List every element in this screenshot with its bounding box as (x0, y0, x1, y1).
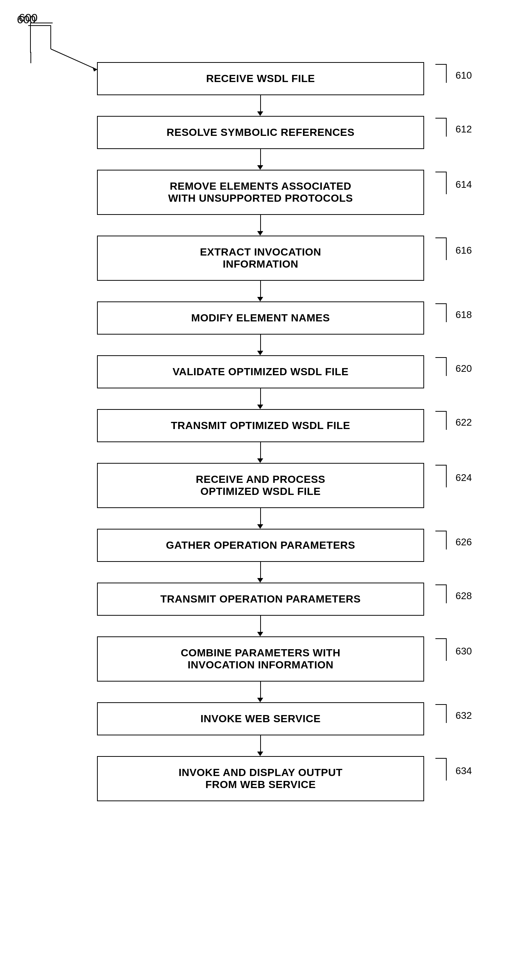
step-610-label: RECEIVE WSDL FILE (206, 73, 315, 85)
step-626-label: GATHER OPERATION PARAMETERS (166, 539, 355, 551)
step-612-number: 612 (456, 123, 472, 135)
step-618-box: MODIFY ELEMENT NAMES (97, 301, 424, 334)
step-622-label: TRANSMIT OPTIMIZED WSDL FILE (171, 420, 350, 432)
step-630-label: COMBINE PARAMETERS WITH INVOCATION INFOR… (181, 647, 341, 671)
step-624-box: RECEIVE AND PROCESS OPTIMIZED WSDL FILE (97, 463, 424, 508)
step-620-number: 620 (456, 363, 472, 374)
step-630-box: COMBINE PARAMETERS WITH INVOCATION INFOR… (97, 636, 424, 682)
step-634-box: INVOKE AND DISPLAY OUTPUT FROM WEB SERVI… (97, 756, 424, 801)
svg-marker-2 (92, 67, 97, 72)
step-616-label: EXTRACT INVOCATION INFORMATION (200, 246, 322, 270)
step-610-number: 610 (456, 70, 472, 81)
step-628-label: TRANSMIT OPERATION PARAMETERS (160, 593, 361, 605)
step-634-label: INVOKE AND DISPLAY OUTPUT FROM WEB SERVI… (179, 767, 342, 791)
step-620-box: VALIDATE OPTIMIZED WSDL FILE (97, 355, 424, 388)
step-628-box: TRANSMIT OPERATION PARAMETERS (97, 582, 424, 616)
step-626-number: 626 (456, 536, 472, 548)
step-614-label: REMOVE ELEMENTS ASSOCIATED WITH UNSUPPOR… (168, 180, 353, 204)
step-618-number: 618 (456, 309, 472, 321)
step-632-number: 632 (456, 710, 472, 721)
flowchart-diagram: 600 RECEIVE WSDL FILE 610 RESOLVE SYMBOL… (0, 0, 520, 980)
step-624-number: 624 (456, 472, 472, 484)
step-632-box: INVOKE WEB SERVICE (97, 702, 424, 735)
step-614-box: REMOVE ELEMENTS ASSOCIATED WITH UNSUPPOR… (97, 170, 424, 215)
step-612-box: RESOLVE SYMBOLIC REFERENCES (97, 116, 424, 149)
step-614-number: 614 (456, 179, 472, 191)
step-616-box: EXTRACT INVOCATION INFORMATION (97, 235, 424, 281)
step-622-number: 622 (456, 417, 472, 428)
svg-text:600: 600 (17, 13, 36, 25)
svg-line-1 (51, 49, 97, 70)
step-612-label: RESOLVE SYMBOLIC REFERENCES (166, 126, 355, 138)
step-618-label: MODIFY ELEMENT NAMES (191, 312, 330, 324)
step-632-label: INVOKE WEB SERVICE (200, 713, 321, 725)
step-620-label: VALIDATE OPTIMIZED WSDL FILE (173, 366, 349, 378)
step-626-box: GATHER OPERATION PARAMETERS (97, 529, 424, 562)
step-630-number: 630 (456, 646, 472, 657)
step-624-label: RECEIVE AND PROCESS OPTIMIZED WSDL FILE (196, 473, 326, 498)
step-634-number: 634 (456, 765, 472, 777)
step-622-box: TRANSMIT OPTIMIZED WSDL FILE (97, 409, 424, 442)
step-628-number: 628 (456, 590, 472, 602)
step-616-number: 616 (456, 245, 472, 256)
step-610-box: RECEIVE WSDL FILE (97, 62, 424, 95)
